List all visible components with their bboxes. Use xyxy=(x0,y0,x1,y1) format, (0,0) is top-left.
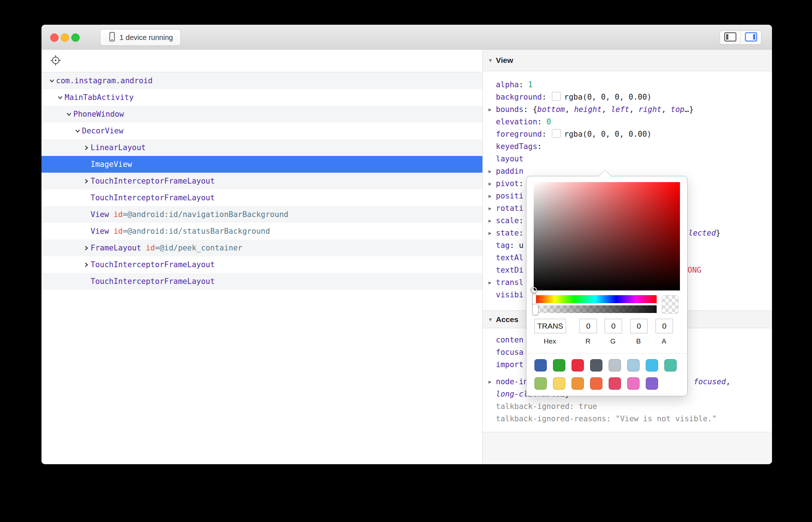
disclosure-closed-icon[interactable]: ▶ xyxy=(486,190,494,202)
property-text: talkback-ignored xyxy=(496,402,569,411)
color-value-swatch[interactable] xyxy=(552,129,561,138)
property-text: , xyxy=(602,105,611,114)
tree-row[interactable]: DecorView xyxy=(41,123,482,139)
property-text: height xyxy=(574,105,602,114)
disclosure-closed-icon[interactable]: ▶ xyxy=(486,177,494,190)
tree-row[interactable]: ImageView xyxy=(41,156,482,173)
section-disclosure-open-icon[interactable]: ▼ xyxy=(485,317,496,322)
property-text: right xyxy=(638,105,661,114)
close-button[interactable] xyxy=(50,33,59,42)
tree-row[interactable]: TouchInterceptorFrameLayout xyxy=(41,189,482,206)
palette-swatch[interactable] xyxy=(572,377,584,390)
property-text: layout xyxy=(496,154,524,163)
disclosure-closed-icon[interactable]: ▶ xyxy=(486,276,494,289)
tree-row[interactable]: TouchInterceptorFrameLayout xyxy=(41,256,482,273)
property-text: textDi xyxy=(496,266,524,274)
hex-input[interactable] xyxy=(534,319,566,333)
property-text: focused xyxy=(694,377,726,386)
saturation-brightness-area[interactable] xyxy=(534,182,680,290)
property-text: : xyxy=(519,216,524,225)
color-value-swatch[interactable] xyxy=(552,92,561,101)
palette-swatch[interactable] xyxy=(664,359,677,372)
disclosure-closed-icon[interactable]: ▶ xyxy=(486,376,494,388)
property-row: talkback-ignored: true xyxy=(483,400,772,413)
tree-node-label: DecorView xyxy=(82,127,123,135)
alpha-slider-thumb[interactable] xyxy=(532,304,538,315)
chevron-right-icon[interactable] xyxy=(82,178,91,184)
palette-swatch[interactable] xyxy=(609,377,621,390)
property-text: : xyxy=(519,229,524,237)
tree-row[interactable]: TouchInterceptorFrameLayout xyxy=(41,273,482,290)
tree-row[interactable]: View id=@android:id/navigationBarBackgro… xyxy=(41,206,482,223)
tree-row[interactable]: TouchInterceptorFrameLayout xyxy=(41,173,482,189)
channel-label-g: G xyxy=(605,337,621,345)
palette-swatch[interactable] xyxy=(553,359,565,372)
property-text: alpha xyxy=(496,80,519,89)
palette-swatch[interactable] xyxy=(627,377,640,390)
disclosure-closed-icon[interactable]: ▶ xyxy=(486,227,494,239)
chevron-down-icon[interactable] xyxy=(73,128,82,134)
tree-node-id-attr: id xyxy=(109,210,123,219)
property-row: keyedTags: xyxy=(483,140,772,153)
property-text: pivot xyxy=(496,179,519,188)
disclosure-closed-icon[interactable]: ▶ xyxy=(486,165,494,177)
chevron-right-icon[interactable] xyxy=(82,145,91,150)
tree-node-id-attr: id xyxy=(141,244,155,252)
channel-input-r[interactable] xyxy=(580,319,597,333)
channel-input-g[interactable] xyxy=(605,319,622,333)
chevron-right-icon[interactable] xyxy=(82,262,91,268)
tree-row[interactable]: com.instagram.android xyxy=(41,72,482,89)
color-picker-popover: Hex RGBA xyxy=(526,176,688,396)
chevron-down-icon[interactable] xyxy=(47,78,56,84)
tree-node-label: FrameLayout xyxy=(91,244,141,252)
property-text: talkback-ignored-reasons xyxy=(496,414,606,423)
property-text: textAl xyxy=(496,253,524,262)
property-text: background xyxy=(496,93,542,101)
palette-swatch[interactable] xyxy=(534,377,547,390)
property-text: : xyxy=(542,93,551,101)
palette-swatch[interactable] xyxy=(609,359,621,372)
tree-row[interactable]: LinearLayout xyxy=(41,139,482,156)
palette-swatch[interactable] xyxy=(646,359,658,372)
section-header-view[interactable]: ▼ View xyxy=(483,50,772,71)
palette-swatch[interactable] xyxy=(646,377,658,390)
palette-swatch[interactable] xyxy=(572,359,584,372)
channel-input-a[interactable] xyxy=(656,319,673,333)
disclosure-closed-icon[interactable]: ▶ xyxy=(486,103,494,116)
property-text: positi xyxy=(496,192,524,200)
palette-swatch[interactable] xyxy=(553,377,565,390)
hue-slider[interactable] xyxy=(534,295,657,303)
tree-row[interactable]: MainTabActivity xyxy=(41,89,482,106)
chevron-down-icon[interactable] xyxy=(65,112,73,117)
zoom-button[interactable] xyxy=(71,33,80,42)
panel-toggle-group xyxy=(720,31,761,45)
color-cursor[interactable] xyxy=(531,287,537,293)
palette-swatch[interactable] xyxy=(590,359,602,372)
channel-label-a: A xyxy=(656,337,672,345)
chevron-right-icon[interactable] xyxy=(82,245,91,251)
right-panel-toggle-button[interactable] xyxy=(741,31,761,44)
chevron-down-icon[interactable] xyxy=(56,95,65,100)
tree-node-label: View xyxy=(91,227,109,236)
alpha-slider[interactable] xyxy=(534,305,657,313)
disclosure-closed-icon[interactable]: ▶ xyxy=(486,202,494,214)
palette-swatch[interactable] xyxy=(627,359,640,372)
tree-node-label: com.instagram.android xyxy=(56,76,153,85)
device-running-button[interactable]: 1 device running xyxy=(100,29,181,46)
tree-row[interactable]: PhoneWindow xyxy=(41,106,482,123)
left-panel-toggle-button[interactable] xyxy=(720,31,741,44)
disclosure-closed-icon[interactable]: ▶ xyxy=(486,214,494,227)
property-text: "View is not visible." xyxy=(616,414,717,423)
tree-row[interactable]: View id=@android:id/statusBarBackground xyxy=(41,223,482,240)
tree-row[interactable]: FrameLayout id=@id/peek_container xyxy=(41,240,482,256)
property-text: : xyxy=(524,105,533,114)
target-crosshair-icon[interactable] xyxy=(49,54,62,68)
channel-input-b[interactable] xyxy=(630,319,648,333)
tree-node-label: PhoneWindow xyxy=(73,110,124,119)
property-text: u xyxy=(519,241,524,250)
palette-swatch[interactable] xyxy=(590,377,602,390)
section-title: Acces xyxy=(496,315,518,324)
palette-swatch[interactable] xyxy=(534,359,547,372)
minimize-button[interactable] xyxy=(61,33,69,42)
section-disclosure-open-icon[interactable]: ▼ xyxy=(485,57,496,63)
